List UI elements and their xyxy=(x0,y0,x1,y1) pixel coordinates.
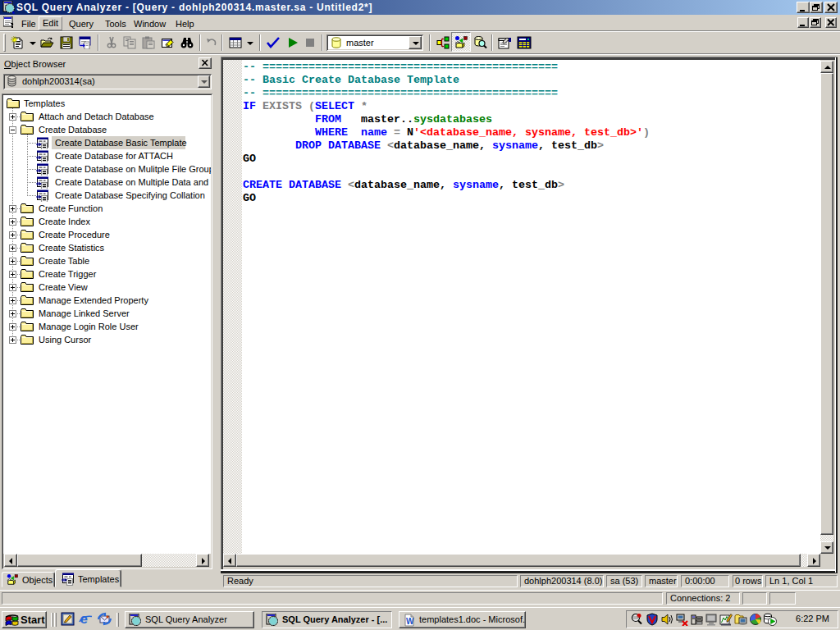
svg-text:W: W xyxy=(406,617,414,626)
